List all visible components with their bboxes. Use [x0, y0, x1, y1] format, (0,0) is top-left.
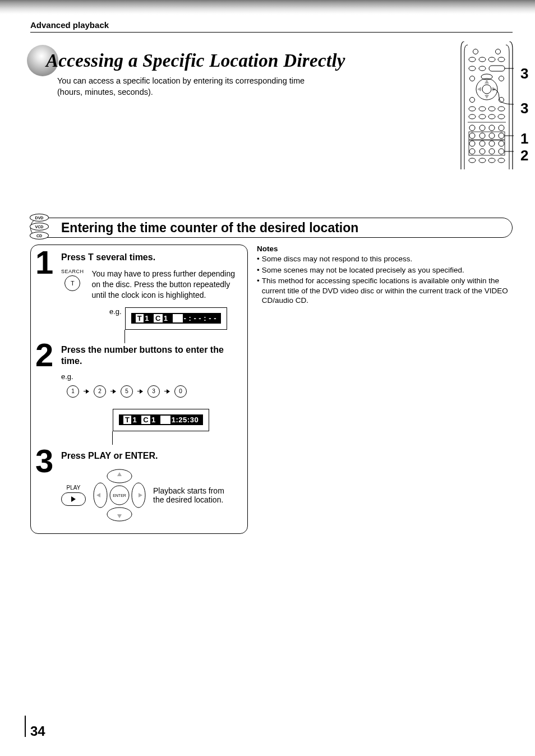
step-title: Press the number buttons to enter the ti…: [61, 344, 239, 367]
svg-point-44: [499, 149, 504, 154]
t-button-icon: T: [64, 275, 80, 291]
eg-label: e.g.: [61, 372, 239, 381]
osd-T: T: [123, 416, 131, 424]
note-item: •Some discs may not respond to this proc…: [257, 254, 513, 264]
svg-point-47: [469, 158, 476, 163]
notes: Notes •Some discs may not respond to thi…: [257, 245, 513, 534]
step-number: 3: [35, 445, 51, 477]
svg-point-20: [488, 107, 495, 111]
remote-callout-3a: 3: [520, 65, 528, 82]
svg-point-40: [499, 141, 504, 146]
remote-callout-2: 2: [520, 147, 528, 164]
eg-label: e.g.: [109, 307, 122, 316]
breadcrumb: Advanced playback: [30, 20, 513, 30]
step-2: 2 Press the number buttons to enter the …: [39, 344, 239, 431]
svg-point-29: [489, 125, 495, 131]
num-btn: 3: [147, 385, 160, 398]
osd-C: C: [141, 416, 150, 424]
svg-point-49: [488, 158, 495, 163]
play-label: PLAY: [67, 485, 81, 491]
svg-point-43: [489, 149, 495, 154]
search-label: SEARCH: [61, 269, 84, 274]
step-body: You may have to press further depending …: [92, 269, 239, 301]
svg-marker-58: [139, 493, 142, 497]
svg-point-10: [470, 76, 475, 81]
svg-point-28: [479, 125, 485, 131]
svg-marker-57: [96, 493, 100, 497]
svg-point-50: [498, 158, 505, 163]
osd-time: 1:25:30: [172, 416, 199, 424]
clock-icon: [162, 416, 169, 422]
page-subtitle: You can access a specific location by en…: [30, 76, 322, 98]
num-btn: 0: [174, 385, 187, 398]
search-t-button: SEARCH T: [61, 269, 84, 291]
osd-Tn: 1: [145, 314, 149, 322]
svg-point-35: [499, 133, 504, 139]
svg-point-27: [469, 125, 475, 131]
step-title: Press PLAY or ENTER.: [61, 450, 239, 462]
page-number-rule: [25, 716, 26, 737]
svg-point-30: [499, 125, 504, 131]
svg-point-41: [469, 149, 475, 154]
media-type-icons: DVD VCD CD: [30, 214, 49, 239]
step-1: 1 Press T several times. SEARCH T You ma…: [39, 252, 239, 330]
svg-point-34: [489, 133, 495, 139]
num-btn: 2: [94, 385, 106, 398]
clock-icon: [174, 314, 181, 321]
enter-label: ENTER: [113, 494, 126, 497]
osd-example-2: T1 C1 1:25:30: [113, 409, 209, 431]
breadcrumb-rule: [30, 32, 513, 33]
osd-C: C: [154, 314, 163, 322]
osd-Cn: 1: [164, 314, 168, 322]
svg-point-21: [498, 107, 505, 111]
arrow-icon: [110, 389, 116, 394]
svg-point-42: [479, 149, 485, 154]
svg-point-33: [479, 133, 485, 139]
osd-T: T: [136, 314, 144, 322]
osd-example-1: T1 C1 - : - - : - -: [125, 307, 227, 330]
num-btn: 5: [121, 385, 133, 398]
svg-point-39: [489, 141, 495, 146]
remote-callout-1: 1: [520, 130, 528, 147]
page-number: 34: [30, 723, 45, 739]
media-vcd-icon: VCD: [30, 223, 49, 231]
section-heading-bar: DVD VCD CD Entering the time counter of …: [30, 218, 513, 238]
svg-point-23: [479, 114, 486, 119]
notes-heading: Notes: [257, 245, 513, 253]
arrow-icon: [137, 389, 143, 394]
svg-point-18: [469, 107, 476, 111]
play-button-graphic: PLAY: [61, 485, 86, 506]
step-number: 1: [35, 246, 51, 279]
svg-point-32: [469, 133, 475, 139]
svg-point-25: [498, 114, 505, 119]
svg-point-15: [470, 98, 475, 103]
step-body: Playback starts from the desired locatio…: [153, 486, 237, 504]
svg-point-37: [469, 141, 475, 146]
svg-point-48: [479, 158, 486, 163]
svg-marker-55: [117, 472, 122, 476]
osd-time: - : - - : - -: [184, 314, 216, 322]
media-dvd-icon: DVD: [30, 214, 49, 222]
num-btn: 1: [67, 385, 79, 398]
svg-point-38: [479, 141, 485, 146]
step-number: 2: [35, 339, 51, 371]
note-item: •This method for accessing specific loca…: [257, 276, 513, 306]
svg-point-19: [479, 107, 486, 111]
page-title: Accessing a Specific Location Directly: [30, 50, 513, 71]
svg-point-11: [499, 76, 504, 81]
arrow-icon: [164, 389, 170, 394]
remote-callout-3b: 3: [520, 100, 528, 117]
svg-marker-56: [117, 514, 122, 518]
number-sequence: 1 2 5 3 0: [67, 385, 239, 398]
svg-rect-31: [469, 132, 505, 140]
step-title: Press T several times.: [61, 252, 239, 263]
osd-Cn: 1: [151, 416, 156, 424]
svg-point-22: [469, 114, 476, 119]
arrow-icon: [84, 389, 89, 394]
section-title: Entering the time counter of the desired…: [61, 220, 358, 236]
play-icon: [71, 496, 76, 502]
step-3: 3 Press PLAY or ENTER. PLAY: [39, 450, 239, 523]
steps-panel: 1 Press T several times. SEARCH T You ma…: [30, 245, 248, 534]
dpad-graphic: ENTER: [91, 467, 147, 523]
note-item: •Some scenes may not be located precisel…: [257, 265, 513, 275]
